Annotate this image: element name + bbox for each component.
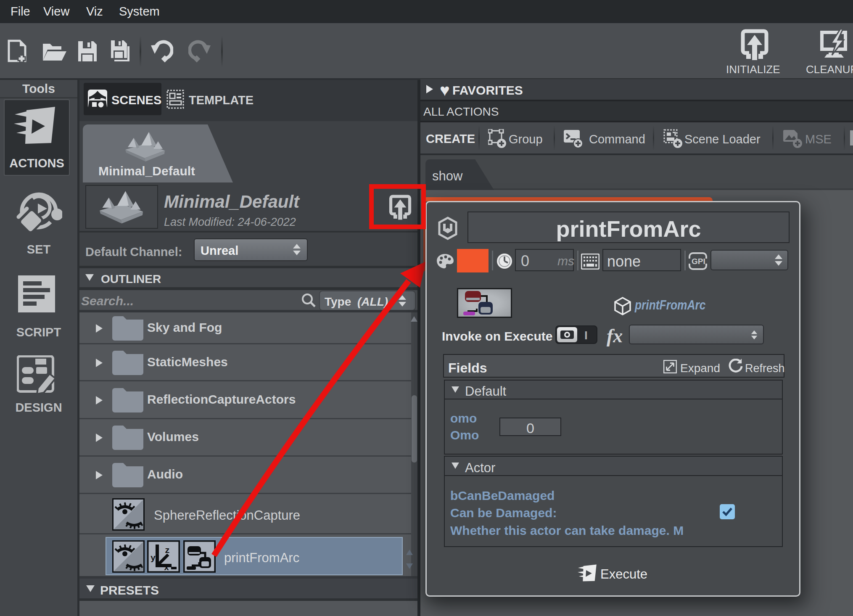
svg-text:GPI: GPI — [692, 257, 705, 266]
